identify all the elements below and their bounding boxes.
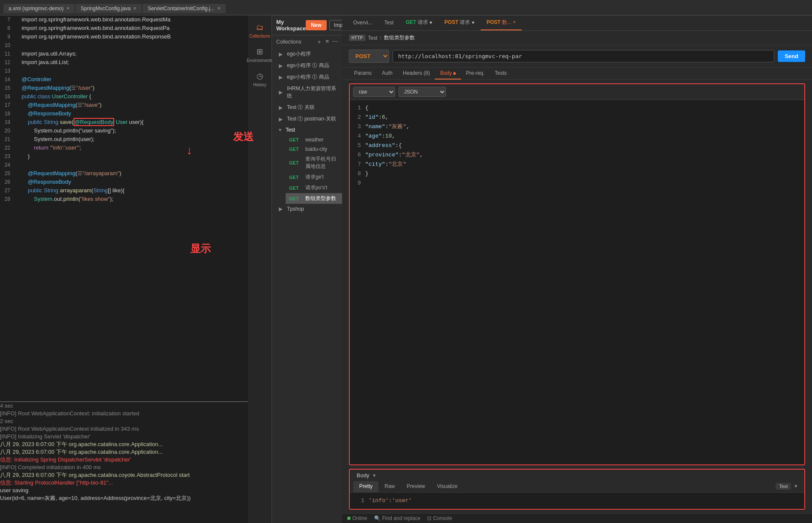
collection-item[interactable]: ▶ego小程序 ⓣ 商品 [272,71,342,83]
line-number: 9 [0,32,15,41]
sidebar-history-icon[interactable]: ◷ History [251,67,268,91]
find-replace-item[interactable]: 🔍 Find and replace [374,515,420,521]
collection-sub-item[interactable]: GETbaidu-city [286,144,342,154]
collection-item[interactable]: ▾TestGETweatherGETbaidu-cityGET查询手机号归属地信… [272,125,342,204]
console-line: 信息: Starting ProtocolHandler ["http-bio-… [0,479,248,487]
sidebar-environments-icon[interactable]: ⊞ Environments [245,43,275,67]
sub-tab-tests[interactable]: Tests [490,68,512,79]
sidebar-collections-icon[interactable]: 🗂 Collections [248,19,272,43]
new-button[interactable]: New [306,20,327,30]
tab-springmvc[interactable]: SpringMvcConfig.java ✕ [76,4,142,13]
line-content: import org.springframework.web.bind.anno… [15,15,171,24]
more-options-icon[interactable]: ⋯ [332,38,338,46]
tab-test[interactable]: Test [378,16,400,30]
online-label: Online [352,515,367,521]
history-icon-label: History [253,82,266,87]
method-select[interactable]: POST GET PUT DELETE [349,50,389,63]
http-badge: HTTP [349,35,366,41]
tab-post-arr[interactable]: POST 数... × [481,15,522,30]
line-number: 26 [0,178,15,186]
tab-overview[interactable]: Overvi... [347,16,378,30]
resp-tab-visualize[interactable]: Visualize [431,481,464,492]
sub-tab-headers[interactable]: Headers (8) [398,68,435,79]
code-editor-area[interactable]: 7 import org.springframework.web.bind.an… [0,15,248,401]
collection-item[interactable]: ▶IHRM人力资源管理系统 [272,83,342,102]
text-badge: Text [776,483,791,490]
resp-tab-pretty[interactable]: Pretty [353,481,378,492]
line-content: } [365,169,369,179]
code-line: 19 public String save(@RequestBody User … [0,118,248,126]
json-editor[interactable]: 1{2 "id":6,3 "name":"灰酱",4 "age":10,5 "a… [350,100,804,464]
online-dot [347,517,351,520]
console-line: [INFO] Root WebApplicationContext: initi… [0,410,248,417]
line-content: public class UserController { [15,92,91,101]
line-number: 1 [353,103,365,113]
line-number: 7 [0,15,15,24]
line-number: 4 [353,132,365,141]
code-line: 20 System.out.println("user saving"); [0,126,248,135]
line-number: 19 [0,118,15,126]
collection-item[interactable]: ▶ego小程序 [272,48,342,60]
line-number: 28 [0,195,15,203]
resp-tab-raw[interactable]: Raw [378,481,401,492]
line-number: 15 [0,84,15,92]
collection-sub-item[interactable]: GET请求po's't [286,182,342,193]
line-number: 25 [0,169,15,178]
line-number: 20 [0,126,15,135]
tab-xml-close[interactable]: ✕ [66,6,70,11]
collection-item[interactable]: ▶Test ⓣ postman-关联 [272,113,342,125]
code-panel: 7 import org.springframework.web.bind.an… [0,15,248,523]
code-line: 12 import java.util.List; [0,58,248,67]
tab-get-label: 请求 ● [418,19,433,25]
line-content: System.out.println("likes show"); [15,195,113,203]
line-content: public String save(@RequestBody User use… [15,118,144,126]
tab-xml[interactable]: a.xml (springmvc-demo) ✕ [3,4,75,13]
response-header: Body ▾ [350,470,804,481]
add-collection-icon[interactable]: ＋ [316,38,322,46]
line-content: import java.util.List; [15,58,69,67]
collection-sub-item[interactable]: GET数组类型参数 [286,193,342,204]
environments-icon-label: Environments [247,58,273,63]
collection-sub-item[interactable]: GET请求ge't [286,172,342,182]
tab-post-request[interactable]: POST 请求 ● [438,15,481,30]
code-line: 23 } [0,152,248,161]
tab-get-request[interactable]: GET 请求 ● [400,15,439,30]
collection-sub-item[interactable]: GETweather [286,135,342,144]
collection-sub-item[interactable]: GET查询手机号归属地信息 [286,154,342,172]
workspace-label: My Workspace [276,19,306,32]
console-line: 信息: Initializing Spring DispatcherServle… [0,456,248,464]
sort-icon[interactable]: ≡ [325,38,329,46]
url-input[interactable] [393,50,774,62]
collection-item[interactable]: ▶Test ⓣ 关联 [272,102,342,113]
expand-icon[interactable]: ▾ [794,483,797,489]
request-sub-tabs: Params Auth Headers (8) Body Pre-req. Te… [342,68,812,80]
sub-tab-auth[interactable]: Auth [377,68,398,79]
collection-item[interactable]: ▶Tpshop [272,204,342,214]
tab-servlet[interactable]: ServletContainerInitConfig.j... ✕ [142,4,225,13]
code-line: 22 return "'info':'user'"; [0,144,248,152]
sub-tab-params[interactable]: Params [349,68,377,79]
tab-servlet-close[interactable]: ✕ [217,6,221,11]
import-button[interactable]: Import [329,20,342,30]
online-indicator: Online [347,515,367,521]
format-select[interactable]: raw form-data urlencoded [353,87,395,97]
resp-tab-preview[interactable]: Preview [401,481,431,492]
code-line: 28 System.out.println("likes show"); [0,195,248,203]
line-number: 11 [0,50,15,58]
line-content: @RequestMapping(☰"/arrayaparam") [15,169,121,178]
line-number: 9 [353,179,365,188]
type-select[interactable]: JSON Text JavaScript XML [399,87,446,97]
send-button[interactable]: Send [778,50,805,62]
code-line: 18 @ResponseBody [0,109,248,118]
sub-tab-body[interactable]: Body [435,68,461,79]
tab-springmvc-close[interactable]: ✕ [133,6,136,11]
line-number: 12 [0,58,15,67]
chevron-down-icon[interactable]: ▾ [373,472,376,479]
sub-tab-prereq[interactable]: Pre-req. [461,68,490,79]
console-line: 八月 29, 2023 6:07:00 下午 org.apache.catali… [0,448,248,456]
json-editor-line: 5 "address":{ [353,141,801,150]
json-editor-line: 7 "city":"北京" [353,160,801,169]
body-dot-indicator [453,72,456,75]
collection-item[interactable]: ▶ego小程序 ⓣ 商品 [272,60,342,71]
console-item[interactable]: ⊡ Console [427,515,452,521]
